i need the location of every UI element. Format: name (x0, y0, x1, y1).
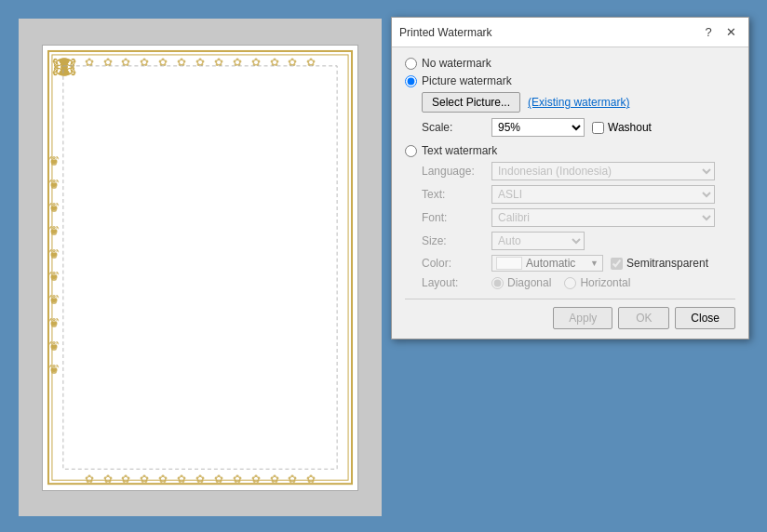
text-select[interactable]: ASLI (491, 185, 715, 204)
semitransparent-checkbox[interactable] (611, 258, 623, 270)
svg-text:❦: ❦ (48, 178, 60, 192)
svg-text:❧: ❧ (53, 46, 78, 78)
svg-text:❧: ❧ (50, 54, 75, 86)
color-picker[interactable]: Automatic ▼ (491, 255, 603, 272)
svg-text:✿: ✿ (251, 55, 261, 68)
svg-text:❦: ❦ (48, 270, 60, 284)
color-label: Color: (422, 257, 491, 270)
washout-label[interactable]: Washout (608, 121, 652, 134)
svg-text:✿: ✿ (233, 55, 242, 68)
document-preview: ❧ ❧ ❧ ❧ ❦ ❦ ❦ ❦ ❦ ❦ ❦ ❦ ❦ ❦ ❦ (19, 19, 382, 516)
svg-text:❧: ❧ (53, 54, 78, 86)
no-watermark-radio[interactable] (405, 58, 417, 70)
svg-text:❦: ❦ (48, 316, 60, 330)
existing-watermark-link[interactable]: (Existing watermark) (528, 96, 629, 109)
no-watermark-label[interactable]: No watermark (422, 57, 491, 70)
svg-text:❧: ❧ (50, 46, 75, 78)
layout-options: Diagonal Horizontal (491, 276, 630, 289)
svg-text:✿: ✿ (270, 472, 279, 485)
svg-rect-0 (48, 50, 352, 483)
window-close-button[interactable]: ✕ (720, 22, 741, 43)
picture-section: Select Picture... (Existing watermark) S… (422, 92, 735, 137)
horizontal-label[interactable]: Horizontal (580, 276, 630, 289)
apply-button[interactable]: Apply (553, 307, 612, 329)
svg-text:❦: ❦ (48, 316, 60, 330)
picture-watermark-radio[interactable] (405, 75, 417, 87)
svg-text:❦: ❦ (48, 246, 60, 260)
svg-text:✿: ✿ (195, 55, 205, 68)
svg-text:❦: ❦ (48, 223, 60, 237)
svg-text:❦: ❦ (48, 154, 60, 168)
svg-text:✿: ✿ (103, 472, 113, 485)
semitransparent-label[interactable]: Semitransparent (626, 257, 708, 270)
svg-text:✿: ✿ (177, 55, 186, 68)
scale-select[interactable]: 95% Auto 50% 75% 100% 150% 200% (491, 118, 585, 137)
close-button[interactable]: Close (675, 307, 735, 329)
scale-row: Scale: 95% Auto 50% 75% 100% 150% 200% W… (422, 118, 735, 137)
dialog-content: No watermark Picture watermark Select Pi… (392, 47, 748, 339)
svg-text:✿: ✿ (270, 55, 279, 68)
svg-text:✿: ✿ (158, 55, 168, 68)
scale-label: Scale: (422, 121, 491, 134)
svg-text:✿: ✿ (177, 472, 186, 485)
svg-text:✿: ✿ (85, 55, 94, 68)
text-watermark-section: Language: Indonesian (Indonesia) Text: A… (422, 162, 735, 289)
svg-text:❦: ❦ (48, 362, 60, 376)
color-swatch (496, 257, 522, 270)
svg-text:❦: ❦ (48, 362, 60, 376)
select-picture-button[interactable]: Select Picture... (422, 92, 520, 113)
dialog-title: Printed Watermark (399, 26, 492, 39)
svg-text:✿: ✿ (195, 472, 205, 485)
help-button[interactable]: ? (698, 22, 719, 43)
doc-page: ❧ ❧ ❧ ❧ ❦ ❦ ❦ ❦ ❦ ❦ ❦ ❦ ❦ ❦ ❦ (42, 45, 358, 491)
svg-text:✿: ✿ (140, 472, 149, 485)
text-label: Text: (422, 188, 491, 201)
washout-checkbox[interactable] (592, 122, 604, 134)
titlebar-controls: ? ✕ (698, 22, 741, 43)
svg-text:✿: ✿ (251, 472, 261, 485)
size-label: Size: (422, 234, 491, 247)
svg-text:✿: ✿ (140, 55, 149, 68)
svg-text:❦: ❦ (48, 293, 60, 307)
text-watermark-radio[interactable] (405, 145, 417, 157)
diagonal-radio[interactable] (491, 277, 504, 289)
picture-buttons-row: Select Picture... (Existing watermark) (422, 92, 735, 113)
picture-watermark-row: Picture watermark (405, 74, 735, 87)
size-select[interactable]: Auto (491, 232, 585, 250)
language-row: Language: Indonesian (Indonesia) (422, 162, 735, 180)
horizontal-radio[interactable] (564, 277, 576, 289)
printed-watermark-dialog: Printed Watermark ? ✕ No watermark Pictu… (391, 17, 749, 339)
svg-text:❦: ❦ (48, 293, 60, 307)
font-row: Font: Calibri (422, 208, 735, 227)
language-select[interactable]: Indonesian (Indonesia) (491, 162, 715, 180)
svg-text:❦: ❦ (48, 339, 60, 353)
color-row: Color: Automatic ▼ Semitransparent (422, 255, 735, 272)
svg-text:❦: ❦ (48, 246, 60, 260)
svg-text:❦: ❦ (48, 178, 60, 192)
svg-rect-1 (52, 54, 348, 479)
font-select[interactable]: Calibri (491, 208, 715, 227)
dialog-titlebar: Printed Watermark ? ✕ (392, 18, 748, 47)
text-row: Text: ASLI (422, 185, 735, 204)
svg-text:✿: ✿ (122, 55, 131, 68)
action-buttons: Apply OK Close (405, 299, 735, 329)
svg-text:❦: ❦ (48, 154, 60, 168)
semitransparent-row: Semitransparent (611, 257, 708, 270)
text-watermark-label[interactable]: Text watermark (422, 144, 497, 157)
svg-text:❦: ❦ (48, 200, 60, 214)
layout-row: Layout: Diagonal Horizontal (422, 276, 735, 289)
diagonal-label[interactable]: Diagonal (507, 276, 551, 289)
svg-rect-52 (63, 65, 337, 468)
layout-label: Layout: (422, 276, 491, 289)
picture-watermark-label[interactable]: Picture watermark (422, 74, 512, 87)
svg-text:✿: ✿ (214, 472, 223, 485)
svg-text:✿: ✿ (103, 55, 113, 68)
text-watermark-row: Text watermark (405, 144, 735, 157)
svg-text:❦: ❦ (48, 223, 60, 237)
svg-text:❦: ❦ (48, 200, 60, 214)
svg-text:✿: ✿ (122, 472, 131, 485)
ok-button[interactable]: OK (618, 307, 669, 329)
language-label: Language: (422, 165, 491, 178)
no-watermark-row: No watermark (405, 57, 735, 70)
color-dropdown-arrow-icon: ▼ (590, 259, 599, 268)
